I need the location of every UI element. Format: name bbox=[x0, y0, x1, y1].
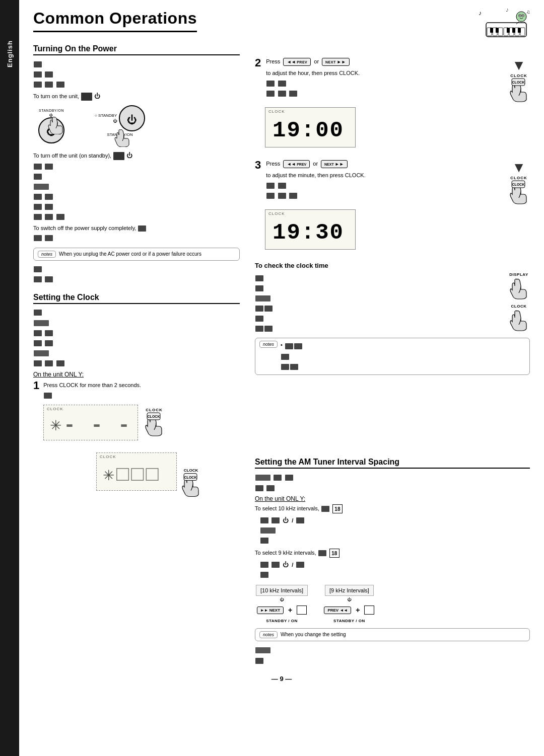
power-btn-illustrations: STANDBY/ON⏻ ⏻ ○ STANDBY bbox=[38, 105, 240, 147]
step3-press: Press bbox=[266, 160, 280, 168]
power-notes-box: notes When you unplug the AC power cord … bbox=[33, 248, 240, 261]
large-clock-star: ✳ bbox=[103, 467, 114, 484]
bullet-icon2 bbox=[294, 343, 302, 349]
9khz-interval-group: [9 kHz Intervals] ⏻ PREV ◄◄ + STANDBY / … bbox=[324, 584, 375, 623]
svg-rect-9 bbox=[496, 28, 499, 33]
clock-large-illus: CLOCK ✳ □□□ CLOCK CLOCK bbox=[33, 450, 240, 516]
clock-finger-large-svg: CLOCK bbox=[180, 473, 202, 499]
am-notes-label: notes bbox=[259, 631, 278, 638]
10khz-icon4 bbox=[296, 517, 304, 523]
svg-rect-8 bbox=[490, 28, 493, 33]
icon-off5 bbox=[45, 194, 53, 200]
svg-text:♪: ♪ bbox=[479, 10, 482, 17]
check-icon2 bbox=[255, 285, 263, 291]
step3-icon2 bbox=[278, 183, 286, 189]
10khz-power: ⏻ bbox=[283, 517, 289, 524]
prev-btn-9khz[interactable]: PREV ◄◄ bbox=[324, 607, 351, 614]
clock-icon4 bbox=[34, 340, 42, 346]
select-9khz-text: To select 9 kHz intervals, 18 bbox=[255, 549, 530, 558]
icon-row3b bbox=[45, 82, 53, 88]
step3-content: Press ◄◄ PREV or NEXT ►► to adjust th bbox=[266, 160, 502, 201]
clock-icon1 bbox=[34, 310, 42, 316]
icon-row3 bbox=[34, 82, 42, 88]
clock-finger-large: CLOCK CLOCK bbox=[180, 468, 202, 499]
step3-icon3 bbox=[266, 193, 275, 199]
display-label: DISPLAY bbox=[509, 272, 528, 277]
icon-row2b bbox=[45, 71, 53, 78]
10khz-icon2 bbox=[260, 517, 268, 523]
icon-off-wide bbox=[34, 184, 49, 190]
step3-number: 3 bbox=[255, 160, 261, 171]
9khz-combo: PREV ◄◄ + bbox=[324, 606, 374, 615]
clock-label-step2: CLOCK bbox=[510, 73, 527, 78]
step2-row: 2 Press ◄◄ PREV or NEXT bbox=[255, 57, 530, 103]
step2-icon2 bbox=[278, 81, 286, 87]
turn-off-icon bbox=[113, 152, 124, 160]
prev-btn-step3[interactable]: ◄◄ PREV bbox=[283, 160, 310, 168]
step2-icon4 bbox=[278, 91, 286, 97]
10khz-row2: ⏻ / bbox=[260, 515, 530, 524]
large-blink-clock-label: CLOCK bbox=[100, 455, 116, 459]
am-icon1 bbox=[274, 475, 282, 481]
icon-off8 bbox=[34, 214, 42, 220]
10khz-power-sub: ⏻ bbox=[280, 597, 284, 602]
svg-point-16 bbox=[519, 15, 520, 16]
check-clock-container: To check the clock time DISPLAY bbox=[255, 262, 530, 375]
icon-row2 bbox=[34, 71, 42, 78]
clock-check-notes-box: notes • bbox=[255, 338, 530, 375]
clock-icon-wide1 bbox=[34, 320, 49, 326]
am-notes-icon1 bbox=[255, 647, 270, 653]
clock-digits-1900: 19:00 bbox=[273, 118, 348, 143]
notes-icon1 bbox=[281, 354, 289, 360]
standby-circle-label: ○ STANDBY bbox=[95, 113, 117, 118]
clock-finger-check bbox=[508, 309, 530, 332]
step2-icon1 bbox=[266, 81, 275, 87]
check-icon7 bbox=[264, 326, 273, 332]
step2-number: 2 bbox=[255, 57, 261, 68]
next-btn-10khz[interactable]: ►► NEXT bbox=[257, 607, 284, 614]
clock-finger-press2: CLOCK bbox=[508, 78, 530, 103]
svg-rect-3 bbox=[498, 28, 503, 36]
svg-rect-12 bbox=[518, 28, 521, 33]
clock-display-large-blink: CLOCK ✳ □□□ bbox=[96, 452, 177, 491]
clock-large-display: CLOCK ✳ □□□ CLOCK CLOCK bbox=[86, 450, 187, 516]
10khz-combo: ►► NEXT + bbox=[257, 606, 307, 615]
icon-off2 bbox=[45, 164, 53, 170]
notes-icon3 bbox=[290, 364, 298, 370]
step3-text: to adjust the minute, then press CLOCK. bbox=[266, 171, 502, 180]
prev-btn-step2[interactable]: ◄◄ PREV bbox=[283, 58, 311, 66]
large-blink-digits: □□□ bbox=[116, 463, 161, 487]
power-button-circle2: ⏻ bbox=[119, 105, 145, 131]
clock-notes-content: • bbox=[281, 341, 303, 372]
notes-icon2 bbox=[281, 364, 289, 370]
turn-off-text: To turn off the unit (on standby), ⏻ bbox=[33, 151, 240, 161]
notes-text: When you unplug the AC power cord or if … bbox=[59, 251, 201, 258]
clock-label-check: CLOCK bbox=[511, 304, 527, 309]
clock-icon5 bbox=[45, 340, 53, 346]
clock-icon3 bbox=[45, 330, 53, 336]
9khz-icon1 bbox=[318, 550, 326, 556]
hand-press-power bbox=[46, 113, 65, 134]
power-sub-label: ⏻ bbox=[95, 118, 117, 124]
plus-10khz: + bbox=[288, 606, 292, 614]
clock-label-step3: CLOCK bbox=[510, 176, 527, 180]
switch-off-text: To switch off the power supply completel… bbox=[33, 224, 240, 233]
power-icon-small bbox=[81, 93, 92, 101]
am-icon-wide1 bbox=[255, 475, 270, 481]
setting-clock-heading: Setting the Clock bbox=[33, 293, 240, 304]
step2-press: Press bbox=[266, 57, 280, 66]
next-btn-step3[interactable]: NEXT ►► bbox=[321, 160, 348, 168]
icon-switch1 bbox=[34, 235, 42, 241]
step3-icon5 bbox=[289, 193, 297, 199]
step3-row: 3 Press ◄◄ PREV or NEXT ►► bbox=[255, 160, 530, 205]
am-tuner-heading: Setting the AM Tuner Interval Spacing bbox=[255, 458, 530, 469]
icon-row3c bbox=[56, 82, 64, 88]
icon-off9 bbox=[45, 214, 53, 220]
clock-disp-label2: CLOCK bbox=[268, 211, 285, 216]
next-btn-step2[interactable]: NEXT ►► bbox=[322, 58, 350, 66]
10khz-wide bbox=[260, 527, 276, 534]
clock-digits-1930: 19:30 bbox=[273, 220, 348, 245]
clock-finger-press1: CLOCK bbox=[143, 412, 165, 437]
clock-large-label: CLOCK bbox=[184, 468, 198, 473]
empty-box-10khz bbox=[297, 606, 307, 615]
